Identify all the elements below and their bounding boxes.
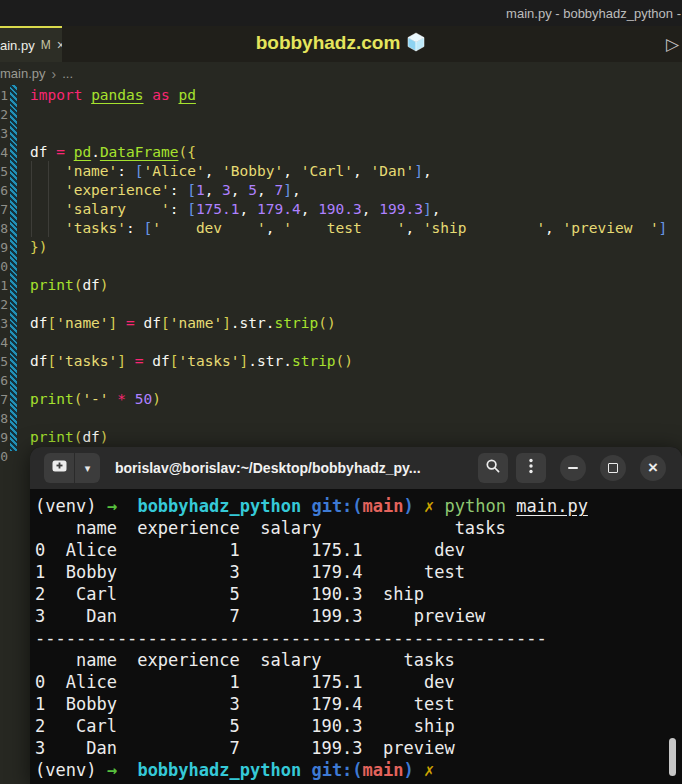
search-icon (485, 458, 501, 478)
editor-title-bar: bobbyhadz.com ain.py M × ▷ (0, 26, 682, 62)
minimize-button[interactable] (560, 455, 586, 481)
os-top-bar: main.py - bobbyhadz_python - (0, 0, 682, 26)
minimize-icon (568, 467, 578, 469)
run-python-file-button[interactable]: ▷ (666, 26, 679, 62)
breadcrumb-file[interactable]: main.py (0, 66, 46, 81)
close-button[interactable]: × (640, 455, 666, 481)
editor-window-title: bobbyhadz.com (0, 32, 682, 57)
terminal-window[interactable]: ▾ borislav@borislav:~/Desktop/bobbyhadz_… (30, 447, 682, 784)
terminal-body[interactable]: (venv) → bobbyhadz_python git:(main) ✗ p… (30, 489, 682, 784)
close-icon: × (648, 459, 658, 476)
terminal-output: (venv) → bobbyhadz_python git:(main) ✗ p… (35, 495, 682, 781)
ice-cube-icon (406, 35, 426, 56)
new-tab-button[interactable] (44, 453, 75, 483)
new-tab-dropdown-button[interactable]: ▾ (75, 453, 100, 483)
search-button[interactable] (478, 453, 508, 483)
chevron-down-icon: ▾ (85, 462, 91, 475)
terminal-title: borislav@borislav:~/Desktop/bobbyhadz_py… (115, 460, 421, 476)
new-tab-split-button: ▾ (44, 453, 100, 483)
line-numbers: 1234567891011121314151617181920 (0, 86, 9, 466)
run-icon: ▷ (666, 34, 679, 54)
terminal-title-bar: ▾ borislav@borislav:~/Desktop/bobbyhadz_… (30, 447, 682, 489)
breadcrumb-ellipsis[interactable]: ... (62, 66, 73, 81)
maximize-icon (608, 463, 618, 473)
git-modified-badge: M (41, 38, 51, 52)
maximize-button[interactable] (600, 455, 626, 481)
tab-label: ain.py (0, 38, 35, 53)
terminal-scrollbar-thumb[interactable] (669, 738, 676, 776)
tab-main-py[interactable]: ain.py M × (0, 26, 62, 62)
chevron-right-icon: › (52, 66, 57, 82)
breadcrumb: main.py › ... (0, 62, 682, 85)
tab-close-icon[interactable]: × (57, 38, 62, 52)
kebab-menu-icon (528, 458, 534, 478)
menu-button[interactable] (516, 453, 546, 483)
os-window-title: main.py - bobbyhadz_python - (506, 6, 682, 21)
code-lines: import pandas as pddf = pd.DataFrame({ '… (30, 86, 682, 466)
new-tab-icon (51, 458, 68, 478)
git-modified-gutter-indicator (10, 85, 17, 451)
